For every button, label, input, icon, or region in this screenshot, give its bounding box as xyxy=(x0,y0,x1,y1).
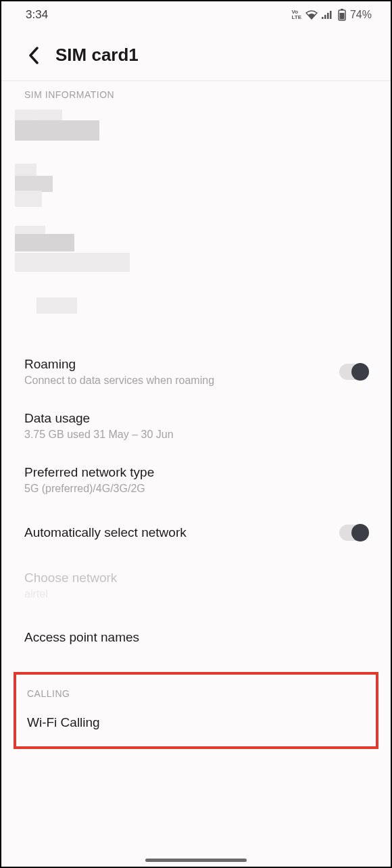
data-usage-title: Data usage xyxy=(24,411,368,426)
roaming-toggle[interactable] xyxy=(339,364,368,380)
wifi-calling-title: Wi-Fi Calling xyxy=(27,715,365,730)
volte-icon: VoLTE xyxy=(291,9,301,20)
section-calling: CALLING xyxy=(16,675,376,704)
roaming-sub: Connect to data services when roaming xyxy=(24,375,339,387)
auto-select-title: Automatically select network xyxy=(24,525,339,540)
battery-icon xyxy=(338,9,346,21)
setting-wifi-calling[interactable]: Wi-Fi Calling xyxy=(16,704,376,737)
page-title: SIM card1 xyxy=(55,45,139,66)
home-indicator[interactable] xyxy=(145,859,247,862)
svg-rect-2 xyxy=(327,13,329,19)
setting-choose-network: Choose network airtel xyxy=(1,558,391,612)
chevron-left-icon xyxy=(28,47,39,64)
wifi-icon xyxy=(305,10,318,20)
choose-network-sub: airtel xyxy=(24,588,368,600)
status-bar: 3:34 VoLTE 74% xyxy=(1,1,391,26)
apn-title: Access point names xyxy=(24,630,368,645)
back-button[interactable] xyxy=(27,45,41,66)
redacted-sim-info xyxy=(1,107,391,345)
choose-network-title: Choose network xyxy=(24,571,368,585)
battery-percent: 74% xyxy=(350,9,372,21)
roaming-title: Roaming xyxy=(24,357,339,372)
status-right: VoLTE 74% xyxy=(291,9,372,21)
signal-icon xyxy=(322,10,334,20)
setting-roaming[interactable]: Roaming Connect to data services when ro… xyxy=(1,345,391,399)
svg-rect-1 xyxy=(324,15,326,19)
setting-data-usage[interactable]: Data usage 3.75 GB used 31 May – 30 Jun xyxy=(1,399,391,453)
setting-auto-select-network[interactable]: Automatically select network xyxy=(1,507,391,558)
data-usage-sub: 3.75 GB used 31 May – 30 Jun xyxy=(24,429,368,441)
highlight-wifi-calling: CALLING Wi-Fi Calling xyxy=(14,672,378,749)
status-time: 3:34 xyxy=(26,8,48,22)
auto-select-toggle[interactable] xyxy=(339,525,368,541)
preferred-network-sub: 5G (preferred)/4G/3G/2G xyxy=(24,483,368,495)
section-sim-info: SIM INFORMATION xyxy=(1,81,391,107)
setting-apn[interactable]: Access point names xyxy=(1,612,391,662)
setting-preferred-network[interactable]: Preferred network type 5G (preferred)/4G… xyxy=(1,453,391,507)
page-header: SIM card1 xyxy=(1,26,391,80)
svg-rect-6 xyxy=(339,13,344,20)
svg-rect-3 xyxy=(330,11,332,19)
svg-rect-0 xyxy=(322,17,324,19)
preferred-network-title: Preferred network type xyxy=(24,465,368,480)
